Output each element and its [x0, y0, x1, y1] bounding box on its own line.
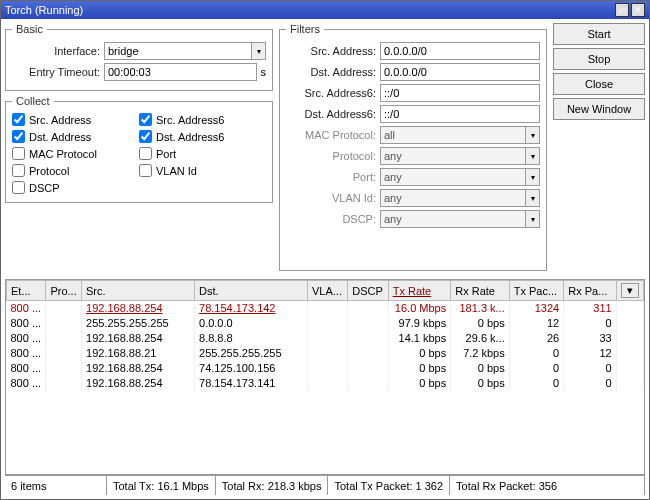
cell: 255.255.255.255	[195, 346, 308, 361]
collect-legend: Collect	[12, 95, 54, 107]
checkbox-label: MAC Protocol	[29, 148, 97, 160]
column-header[interactable]: Rx Rate	[451, 281, 510, 301]
checkbox[interactable]	[12, 130, 25, 143]
interface-input[interactable]	[104, 42, 266, 60]
cell: 192.168.88.21	[82, 346, 195, 361]
cell	[348, 316, 388, 331]
filter-field[interactable]: ▾	[380, 189, 540, 207]
column-header[interactable]: VLA...	[308, 281, 348, 301]
start-button[interactable]: Start	[553, 23, 645, 45]
column-header[interactable]: Et...	[7, 281, 46, 301]
checkbox-label: Port	[156, 148, 176, 160]
cell: 12	[509, 316, 563, 331]
cell	[348, 346, 388, 361]
cell: 78.154.173.141	[195, 376, 308, 391]
new-window-button[interactable]: New Window	[553, 98, 645, 120]
filter-field[interactable]	[380, 105, 540, 123]
table-row[interactable]: 800 ...192.168.88.21255.255.255.2550 bps…	[7, 346, 644, 361]
cell	[348, 376, 388, 391]
column-header[interactable]: Rx Pa...	[564, 281, 616, 301]
cell	[46, 376, 82, 391]
table-row[interactable]: 800 ...255.255.255.2550.0.0.097.9 kbps0 …	[7, 316, 644, 331]
chevron-down-icon[interactable]: ▾	[525, 148, 539, 164]
collect-mac-protocol[interactable]: MAC Protocol	[12, 147, 139, 160]
filter-input[interactable]	[380, 63, 540, 81]
cell: 26	[509, 331, 563, 346]
column-header[interactable]: Src.	[82, 281, 195, 301]
close-button[interactable]: Close	[553, 73, 645, 95]
column-header[interactable]: Tx Rate	[388, 281, 451, 301]
filter-field[interactable]: ▾	[380, 147, 540, 165]
checkbox-label: Src. Address6	[156, 114, 224, 126]
checkbox-label: Protocol	[29, 165, 69, 177]
checkbox[interactable]	[12, 147, 25, 160]
column-header[interactable]: Dst.	[195, 281, 308, 301]
collect-dst-address[interactable]: Dst. Address	[12, 130, 139, 143]
table-row[interactable]: 800 ...192.168.88.25474.125.100.1560 bps…	[7, 361, 644, 376]
filter-field[interactable]: ▾	[380, 210, 540, 228]
collect-port[interactable]: Port	[139, 147, 266, 160]
column-header[interactable]: DSCP	[348, 281, 388, 301]
status-totalrxp: Total Rx Packet: 356	[450, 476, 645, 495]
cell	[46, 331, 82, 346]
cell: 14.1 kbps	[388, 331, 451, 346]
cell	[46, 346, 82, 361]
checkbox[interactable]	[139, 113, 152, 126]
column-header[interactable]: Pro...	[46, 281, 82, 301]
checkbox-label: Dst. Address6	[156, 131, 224, 143]
stop-button[interactable]: Stop	[553, 48, 645, 70]
filter-field[interactable]: ▾	[380, 126, 540, 144]
checkbox[interactable]	[139, 164, 152, 177]
checkbox[interactable]	[12, 181, 25, 194]
traffic-table[interactable]: Et...Pro...Src.Dst.VLA...DSCPTx RateRx R…	[5, 279, 645, 475]
collect-dst-address6[interactable]: Dst. Address6	[139, 130, 266, 143]
filter-label: VLAN Id:	[286, 192, 376, 204]
table-row[interactable]: 800 ...192.168.88.25478.154.173.14216.0 …	[7, 301, 644, 316]
filter-field[interactable]: ▾	[380, 168, 540, 186]
cell	[308, 376, 348, 391]
filter-input[interactable]	[380, 126, 540, 144]
filter-input[interactable]	[380, 105, 540, 123]
checkbox[interactable]	[139, 130, 152, 143]
column-header[interactable]: Tx Pac...	[509, 281, 563, 301]
status-totaltx: Total Tx: 16.1 Mbps	[107, 476, 216, 495]
collect-vlan-id[interactable]: VLAN Id	[139, 164, 266, 177]
collect-protocol[interactable]: Protocol	[12, 164, 139, 177]
cell: 16.0 Mbps	[388, 301, 451, 316]
filter-input[interactable]	[380, 210, 540, 228]
table-row[interactable]: 800 ...192.168.88.2548.8.8.814.1 kbps29.…	[7, 331, 644, 346]
table-row[interactable]: 800 ...192.168.88.25478.154.173.1410 bps…	[7, 376, 644, 391]
filter-label: DSCP:	[286, 213, 376, 225]
filter-input[interactable]	[380, 189, 540, 207]
collect-src-address[interactable]: Src. Address	[12, 113, 139, 126]
collect-src-address6[interactable]: Src. Address6	[139, 113, 266, 126]
chevron-down-icon[interactable]: ▾	[251, 43, 265, 59]
close-icon[interactable]: ✕	[631, 3, 645, 17]
filter-field[interactable]	[380, 42, 540, 60]
interface-select[interactable]: ▾	[104, 42, 266, 60]
timeout-input[interactable]	[104, 63, 257, 81]
cell	[348, 361, 388, 376]
filter-input[interactable]	[380, 147, 540, 165]
checkbox[interactable]	[139, 147, 152, 160]
filter-field[interactable]	[380, 63, 540, 81]
cell: 78.154.173.142	[195, 301, 308, 316]
cell: 0	[509, 376, 563, 391]
checkbox[interactable]	[12, 164, 25, 177]
titlebar[interactable]: Torch (Running) ▭ ✕	[1, 1, 649, 19]
chevron-down-icon[interactable]: ▾	[525, 169, 539, 185]
filter-input[interactable]	[380, 42, 540, 60]
chevron-down-icon[interactable]: ▾	[525, 211, 539, 227]
chevron-down-icon[interactable]: ▾	[525, 190, 539, 206]
filter-input[interactable]	[380, 168, 540, 186]
filter-label: Protocol:	[286, 150, 376, 162]
filter-label: MAC Protocol:	[286, 129, 376, 141]
minimize-icon[interactable]: ▭	[615, 3, 629, 17]
checkbox-label: DSCP	[29, 182, 60, 194]
filter-input[interactable]	[380, 84, 540, 102]
chevron-down-icon[interactable]: ▾	[621, 283, 639, 298]
collect-dscp[interactable]: DSCP	[12, 181, 139, 194]
checkbox[interactable]	[12, 113, 25, 126]
chevron-down-icon[interactable]: ▾	[525, 127, 539, 143]
filter-field[interactable]	[380, 84, 540, 102]
